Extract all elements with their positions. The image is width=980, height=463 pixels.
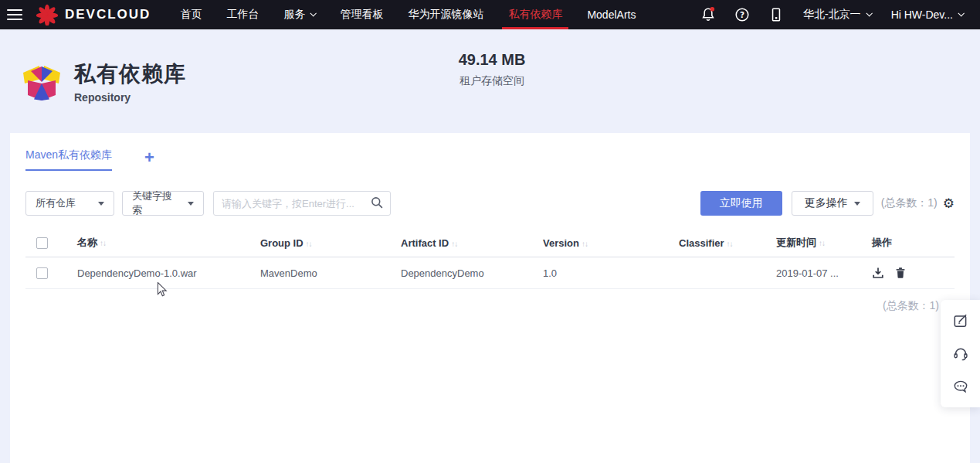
storage-summary: 49.14 MB 租户存储空间 bbox=[434, 51, 550, 88]
nav-item-home[interactable]: 首页 bbox=[168, 0, 214, 29]
column-header-actions: 操作 bbox=[862, 229, 955, 257]
content-card: Maven私有依赖库 + 所有仓库 关键字搜索 立即使用 更多操作 (总条数：1… bbox=[10, 133, 970, 463]
storage-value: 49.14 MB bbox=[434, 51, 550, 69]
sort-icon[interactable]: ↑↓ bbox=[727, 240, 733, 248]
page-title: 私有依赖库 bbox=[74, 60, 186, 89]
chevron-down-icon bbox=[958, 10, 964, 16]
svg-text:?: ? bbox=[740, 10, 744, 19]
sort-icon[interactable]: ↑↓ bbox=[819, 239, 825, 247]
brand[interactable]: DEVCLOUD bbox=[36, 4, 151, 26]
menu-icon[interactable] bbox=[0, 0, 29, 29]
user-menu[interactable]: Hi HW-Dev... bbox=[885, 9, 969, 21]
footer-total-count: (总条数：1) bbox=[25, 289, 955, 313]
nav-item-services[interactable]: 服务 bbox=[271, 0, 327, 29]
nav-items: 首页 工作台 服务 管理看板 华为开源镜像站 私有依赖库 ModelArts bbox=[168, 0, 648, 29]
repo-tabs: Maven私有依赖库 + bbox=[25, 148, 955, 171]
repo-filter-select[interactable]: 所有仓库 bbox=[25, 191, 114, 216]
sort-icon[interactable]: ↑↓ bbox=[100, 239, 106, 247]
row-actions bbox=[872, 267, 955, 279]
column-header-version[interactable]: Version↑↓ bbox=[533, 229, 669, 257]
package-box-icon bbox=[22, 61, 62, 101]
column-header-group-id[interactable]: Group ID↑↓ bbox=[250, 229, 391, 257]
search-box bbox=[213, 191, 391, 216]
nav-right: ? 华北-北京一 Hi HW-Dev... bbox=[695, 0, 980, 29]
cell-group-id: MavenDemo bbox=[250, 257, 391, 289]
feedback-icon[interactable] bbox=[951, 311, 971, 331]
cell-version: 1.0 bbox=[533, 257, 669, 289]
select-all-checkbox[interactable] bbox=[36, 237, 48, 249]
search-icon[interactable] bbox=[371, 196, 384, 209]
storage-label: 租户存储空间 bbox=[434, 74, 550, 88]
add-repo-button[interactable]: + bbox=[144, 151, 154, 171]
huawei-logo-icon bbox=[36, 4, 59, 26]
nav-item-dashboard[interactable]: 管理看板 bbox=[327, 0, 395, 29]
artifact-table: 名称↑↓ Group ID↑↓ Artifact ID↑↓ Version↑↓ … bbox=[25, 229, 955, 289]
nav-item-private-repo[interactable]: 私有依赖库 bbox=[496, 0, 575, 29]
bell-icon[interactable] bbox=[695, 0, 721, 29]
mobile-icon[interactable] bbox=[763, 0, 789, 29]
more-actions-button[interactable]: 更多操作 bbox=[792, 191, 873, 216]
chevron-down-icon bbox=[866, 10, 872, 16]
help-icon[interactable]: ? bbox=[729, 0, 755, 29]
nav-item-mirror-site[interactable]: 华为开源镜像站 bbox=[395, 0, 496, 29]
total-count: (总条数：1) bbox=[881, 196, 938, 210]
column-header-artifact-id[interactable]: Artifact ID↑↓ bbox=[391, 229, 533, 257]
nav-item-modelarts[interactable]: ModelArts bbox=[575, 0, 648, 29]
trash-icon[interactable] bbox=[894, 267, 907, 279]
sort-icon[interactable]: ↑↓ bbox=[582, 240, 588, 248]
search-input[interactable] bbox=[213, 191, 391, 216]
column-header-classifier[interactable]: Classifier↑↓ bbox=[669, 229, 766, 257]
chevron-down-icon bbox=[310, 10, 317, 16]
cell-artifact-id: DependencyDemo bbox=[391, 257, 533, 289]
table-row[interactable]: DependencyDemo-1.0.war MavenDemo Depende… bbox=[25, 257, 955, 289]
region-selector[interactable]: 华北-北京一 bbox=[797, 8, 877, 22]
customer-service-icon[interactable] bbox=[951, 343, 971, 363]
toolbar-right: 立即使用 更多操作 (总条数：1) ⚙ bbox=[700, 191, 955, 216]
use-now-button[interactable]: 立即使用 bbox=[700, 191, 782, 216]
caret-down-icon bbox=[854, 202, 860, 206]
table-header-row: 名称↑↓ Group ID↑↓ Artifact ID↑↓ Version↑↓ … bbox=[25, 229, 955, 257]
keyword-type-select[interactable]: 关键字搜索 bbox=[122, 191, 204, 216]
brand-name: DEVCLOUD bbox=[65, 7, 151, 22]
cell-classifier bbox=[669, 257, 766, 289]
tab-maven-repo[interactable]: Maven私有依赖库 bbox=[25, 148, 112, 171]
sort-icon[interactable]: ↑↓ bbox=[451, 240, 457, 248]
row-checkbox[interactable] bbox=[36, 267, 48, 279]
top-nav: DEVCLOUD 首页 工作台 服务 管理看板 华为开源镜像站 私有依赖库 Mo… bbox=[0, 0, 980, 29]
nav-item-workspace[interactable]: 工作台 bbox=[214, 0, 271, 29]
sort-icon[interactable]: ↑↓ bbox=[306, 240, 312, 248]
column-header-updated[interactable]: 更新时间↑↓ bbox=[766, 229, 862, 257]
floating-action-panel bbox=[941, 300, 980, 407]
settings-gear-icon[interactable]: ⚙ bbox=[943, 197, 955, 210]
cell-updated: 2019-01-07 ... bbox=[766, 257, 862, 289]
notification-badge bbox=[710, 7, 714, 12]
caret-down-icon bbox=[188, 202, 194, 206]
page-header: 私有依赖库 Repository 49.14 MB 租户存储空间 bbox=[0, 29, 980, 133]
column-header-name[interactable]: 名称↑↓ bbox=[67, 229, 250, 257]
download-icon[interactable] bbox=[872, 267, 884, 279]
toolbar: 所有仓库 关键字搜索 立即使用 更多操作 (总条数：1) ⚙ bbox=[25, 191, 955, 216]
cell-name: DependencyDemo-1.0.war bbox=[67, 257, 250, 289]
caret-down-icon bbox=[98, 202, 104, 206]
chat-icon[interactable] bbox=[951, 376, 971, 397]
page-subtitle: Repository bbox=[74, 91, 186, 104]
